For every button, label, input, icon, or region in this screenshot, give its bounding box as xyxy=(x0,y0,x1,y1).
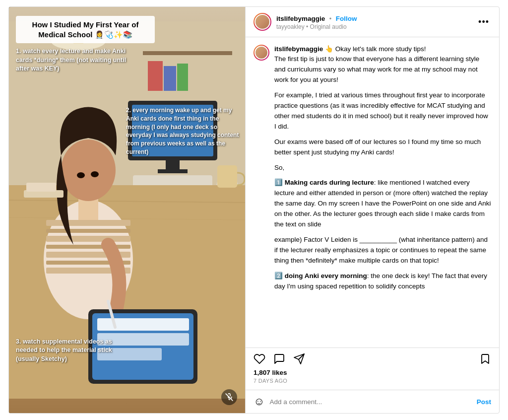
header-sub-user[interactable]: tayyoakley xyxy=(276,23,305,30)
post-container: How I Studied My First Year of Medical S… xyxy=(8,6,500,414)
caption-para-4: 1️⃣ Making cards during lecture: like me… xyxy=(274,178,491,230)
post-comment-button[interactable]: Post xyxy=(477,398,491,406)
content-panel: itslifebymaggie • Follow tayyoakley • Or… xyxy=(245,7,499,413)
like-button[interactable] xyxy=(254,353,265,365)
likes-count: 1,807 likes xyxy=(254,369,491,376)
caption-text-block: itslifebymaggie 👆 Okay let's talk more s… xyxy=(274,44,491,54)
header-username-row: itslifebymaggie • Follow xyxy=(276,14,476,23)
caption-avatar-ring[interactable] xyxy=(254,45,269,61)
caption-para-5: example) Factor V Leiden is __________ (… xyxy=(274,235,491,266)
media-panel: How I Studied My First Year of Medical S… xyxy=(9,7,245,413)
caption-intro-text: 👆 Okay let's talk more study tips! xyxy=(325,45,426,53)
post-header: itslifebymaggie • Follow tayyoakley • Or… xyxy=(246,7,499,37)
header-dot: • xyxy=(329,15,332,22)
media-tip-1: 1. watch every lecture and make Anki car… xyxy=(16,47,135,73)
comment-input-row: ☺ Post xyxy=(246,390,499,413)
caption-avatar xyxy=(254,46,268,60)
poster-avatar xyxy=(254,14,270,30)
media-tip-2: 2. every morning wake up and get my Anki… xyxy=(126,106,240,156)
caption-username[interactable]: itslifebymaggie xyxy=(274,45,323,53)
caption-para-2: Our exams were based off of our lectures… xyxy=(274,137,491,158)
share-button[interactable] xyxy=(293,353,305,365)
header-user-info: itslifebymaggie • Follow tayyoakley • Or… xyxy=(276,14,476,30)
media-title: How I Studied My First Year of Medical S… xyxy=(16,16,155,43)
comment-input[interactable] xyxy=(269,398,476,406)
caption-para-6: 2️⃣ doing Anki every morning: the one de… xyxy=(274,271,491,292)
follow-button[interactable]: Follow xyxy=(336,15,357,22)
time-ago: 7 days ago xyxy=(254,378,491,384)
mute-button[interactable] xyxy=(221,389,237,405)
post-main: How I Studied My First Year of Medical S… xyxy=(9,7,499,413)
action-icons-row xyxy=(254,353,491,365)
header-original-audio[interactable]: Original audio xyxy=(310,23,347,30)
caption-para-1: For example, I tried at various times th… xyxy=(274,90,491,132)
bookmark-button[interactable] xyxy=(479,353,491,365)
caption-content: itslifebymaggie 👆 Okay let's talk more s… xyxy=(274,44,491,297)
comment-button[interactable] xyxy=(273,353,285,365)
caption-area[interactable]: itslifebymaggie 👆 Okay let's talk more s… xyxy=(246,37,499,348)
header-sub-info: tayyoakley • Original audio xyxy=(276,23,476,30)
header-username[interactable]: itslifebymaggie xyxy=(276,15,325,22)
caption-row: itslifebymaggie 👆 Okay let's talk more s… xyxy=(254,44,491,297)
caption-para-0: The first tip is just to know that every… xyxy=(274,54,491,85)
media-tip-3: 3. watch supplemental videos as needed t… xyxy=(16,338,135,364)
caption-para-3: So, xyxy=(274,163,491,173)
emoji-button[interactable]: ☺ xyxy=(254,395,264,408)
poster-avatar-ring[interactable] xyxy=(254,13,271,31)
more-options-button[interactable]: ••• xyxy=(476,15,491,29)
action-bar: 1,807 likes 7 days ago xyxy=(246,348,499,390)
